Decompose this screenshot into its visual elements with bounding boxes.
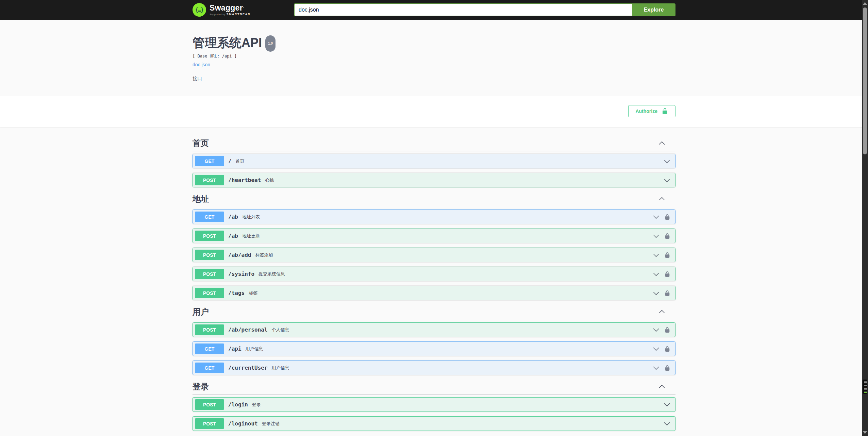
- method-badge: POST: [195, 250, 224, 260]
- auth-lock-button[interactable]: [664, 252, 670, 258]
- api-section: 登录 POST /login 登录 POST /loginout 登录注销: [193, 382, 675, 431]
- auth-lock-button[interactable]: [664, 214, 670, 220]
- authorize-button[interactable]: Authorize: [628, 105, 675, 117]
- operation-row[interactable]: POST /ab 地址更新: [193, 229, 675, 243]
- scrollbar-minimap[interactable]: [863, 380, 867, 394]
- unlock-icon: [664, 271, 670, 277]
- search-input[interactable]: [294, 3, 632, 16]
- operation-row[interactable]: POST /sysinfo 提交系统信息: [193, 267, 675, 281]
- operation-row[interactable]: POST /tags 标签: [193, 286, 675, 300]
- section-header[interactable]: 地址: [193, 195, 675, 207]
- expand-operation-button[interactable]: [664, 158, 670, 165]
- auth-lock-button[interactable]: [664, 327, 670, 333]
- expand-operation-button[interactable]: [653, 290, 660, 297]
- chevron-down-icon: [653, 233, 660, 239]
- method-badge: POST: [195, 324, 224, 335]
- chevron-down-icon: [664, 177, 670, 184]
- operation-path: /ab: [228, 233, 238, 239]
- chevron-down-icon: [653, 326, 660, 333]
- section-header[interactable]: 登录: [193, 382, 675, 395]
- operation-summary: 提交系统信息: [258, 271, 285, 277]
- chevron-down-icon: [653, 365, 660, 371]
- expand-operation-button[interactable]: [653, 346, 660, 352]
- chevron-up-icon: [658, 383, 665, 390]
- info-section: 管理系统API1.0 [ Base URL: /api ] doc.json 接…: [0, 20, 868, 96]
- operation-path: /loginout: [228, 420, 258, 427]
- minimap-line: [864, 388, 867, 389]
- operation-summary: 用户信息: [246, 346, 263, 352]
- chevron-up-icon: [658, 308, 665, 315]
- operation-path: /ab/add: [228, 252, 251, 258]
- expand-operation-button[interactable]: [653, 233, 660, 239]
- minimap-line: [864, 389, 867, 390]
- section-title: 登录: [193, 382, 209, 391]
- operation-row[interactable]: POST /login 登录: [193, 397, 675, 412]
- chevron-down-icon: [653, 290, 660, 297]
- scrollbar[interactable]: [862, 0, 868, 436]
- operation-path: /tags: [228, 290, 245, 296]
- method-badge: POST: [195, 288, 224, 298]
- auth-lock-button[interactable]: [664, 233, 670, 239]
- operation-row[interactable]: GET / 首页: [193, 154, 675, 168]
- chevron-down-icon: [664, 158, 670, 165]
- operation-row[interactable]: GET /api 用户信息: [193, 341, 675, 356]
- api-section: 地址 GET /ab 地址列表 POST /ab 地址更新: [193, 195, 675, 300]
- minimap-line: [864, 384, 867, 384]
- scrollbar-thumb[interactable]: [863, 7, 867, 154]
- method-badge: GET: [195, 212, 224, 222]
- swagger-logo[interactable]: {…} Swagger. Supported bySMARTBEAR: [193, 3, 250, 17]
- auth-lock-button[interactable]: [664, 346, 670, 352]
- method-badge: POST: [195, 418, 224, 429]
- unlock-icon: [664, 252, 670, 258]
- operation-path: /api: [228, 346, 241, 352]
- supported-by-label: Supported bySMARTBEAR: [210, 13, 250, 16]
- expand-operation-button[interactable]: [653, 326, 660, 333]
- unlock-icon: [664, 214, 670, 220]
- auth-lock-button[interactable]: [664, 271, 670, 277]
- expand-operation-button[interactable]: [653, 252, 660, 258]
- operation-summary: 个人信息: [272, 327, 289, 333]
- operation-row[interactable]: POST /ab/personal 个人信息: [193, 322, 675, 337]
- operations: 首页 GET / 首页 POST /heartbeat 心跳: [193, 139, 675, 431]
- chevron-down-icon: [664, 401, 670, 408]
- operation-row[interactable]: GET /ab 地址列表: [193, 209, 675, 224]
- api-description: 接口: [193, 76, 675, 82]
- section-header[interactable]: 用户: [193, 307, 675, 320]
- operation-path: /login: [228, 401, 248, 408]
- chevron-down-icon: [653, 346, 660, 352]
- expand-operation-button[interactable]: [653, 271, 660, 278]
- auth-lock-button[interactable]: [664, 365, 670, 371]
- spec-link[interactable]: doc.json: [193, 62, 210, 67]
- auth-lock-button[interactable]: [664, 290, 670, 296]
- base-url: [ Base URL: /api ]: [193, 54, 675, 58]
- chevron-down-icon: [653, 271, 660, 278]
- scroll-up-arrow-icon[interactable]: [863, 2, 867, 5]
- operation-row[interactable]: POST /loginout 登录注销: [193, 416, 675, 431]
- expand-operation-button[interactable]: [664, 420, 670, 427]
- operation-row[interactable]: POST /ab/add 标签添加: [193, 248, 675, 262]
- minimap-line: [864, 385, 867, 386]
- explore-button[interactable]: Explore: [632, 3, 675, 16]
- version-badge: 1.0: [265, 35, 276, 52]
- operation-row[interactable]: POST /heartbeat 心跳: [193, 173, 675, 187]
- section-header[interactable]: 首页: [193, 139, 675, 151]
- operation-row[interactable]: GET /currentUser 用户信息: [193, 360, 675, 375]
- collapse-section-button[interactable]: [658, 140, 665, 147]
- collapse-section-button[interactable]: [658, 308, 665, 315]
- operation-summary: 标签添加: [255, 252, 273, 258]
- minimap-line: [864, 392, 867, 393]
- expand-operation-button[interactable]: [653, 214, 660, 220]
- collapse-section-button[interactable]: [658, 383, 665, 390]
- section-title: 地址: [193, 195, 209, 203]
- authorize-label: Authorize: [635, 108, 657, 114]
- operation-path: /sysinfo: [228, 271, 254, 277]
- unlock-icon: [664, 327, 670, 333]
- expand-operation-button[interactable]: [653, 365, 660, 371]
- expand-operation-button[interactable]: [664, 401, 670, 408]
- collapse-section-button[interactable]: [658, 196, 665, 202]
- page-title: 管理系统API1.0: [193, 36, 675, 52]
- expand-operation-button[interactable]: [664, 177, 670, 184]
- scroll-down-arrow-icon[interactable]: [863, 431, 867, 434]
- operation-path: /: [228, 158, 232, 164]
- operation-summary: 心跳: [265, 177, 274, 183]
